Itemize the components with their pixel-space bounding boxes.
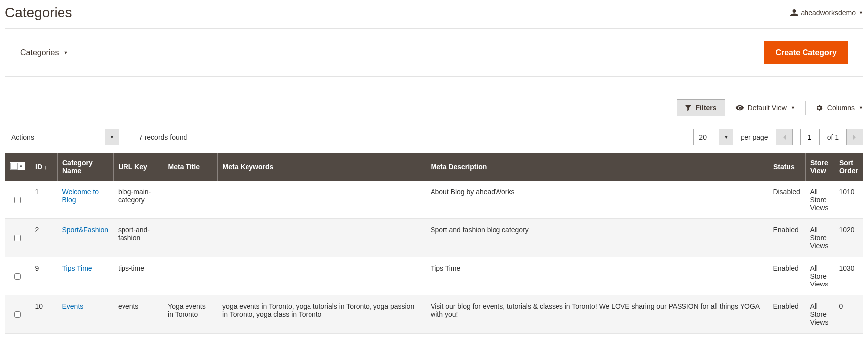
col-meta-title[interactable]: Meta Title (163, 153, 217, 181)
col-checkbox[interactable]: ▼ (5, 153, 30, 181)
cell-urlkey: sport-and-fashion (113, 219, 163, 257)
actions-select[interactable]: Actions ▼ (5, 129, 119, 145)
cell-meta-title (163, 219, 217, 257)
per-page-select[interactable]: 20 ▼ (693, 129, 733, 145)
default-view-button[interactable]: Default View ▼ (735, 103, 795, 112)
cell-meta-keywords (217, 219, 426, 257)
row-checkbox[interactable] (14, 311, 21, 318)
page-input[interactable] (800, 129, 820, 145)
caret-down-icon: ▼ (724, 135, 728, 140)
caret-down-icon: ▼ (791, 105, 795, 110)
user-menu[interactable]: aheadworksdemo ▼ (790, 9, 863, 17)
of-pages-label: of 1 (827, 133, 839, 141)
cell-store-view: All Store Views (805, 219, 834, 257)
actions-label: Actions (5, 129, 105, 145)
category-link[interactable]: Sport&Fashion (62, 226, 109, 234)
col-status[interactable]: Status (768, 153, 805, 181)
create-category-button[interactable]: Create Category (764, 41, 848, 64)
categories-table: ▼ ID↓ Category Name URL Key Meta Title M… (5, 153, 863, 334)
cell-id: 10 (30, 295, 58, 334)
cell-meta-description: Tips Time (426, 257, 768, 295)
cell-id: 9 (30, 257, 58, 295)
row-checkbox[interactable] (14, 273, 21, 280)
cell-urlkey: tips-time (113, 257, 163, 295)
columns-label: Columns (827, 104, 855, 112)
cell-sort-order: 1020 (834, 219, 863, 257)
user-icon (790, 9, 798, 17)
funnel-icon (685, 104, 692, 111)
cell-status: Enabled (768, 219, 805, 257)
chevron-right-icon (852, 134, 857, 140)
sort-down-icon: ↓ (44, 164, 47, 170)
cell-store-view: All Store Views (805, 257, 834, 295)
actions-toggle[interactable]: ▼ (105, 129, 119, 145)
filters-label: Filters (696, 104, 717, 112)
col-meta-description[interactable]: Meta Description (426, 153, 768, 181)
cell-meta-title (163, 257, 217, 295)
cell-meta-keywords (217, 181, 426, 219)
columns-button[interactable]: Columns ▼ (815, 104, 863, 112)
filters-button[interactable]: Filters (677, 99, 725, 116)
col-url-key[interactable]: URL Key (113, 153, 163, 181)
table-row[interactable]: 10EventseventsYoga events in Torontoyoga… (5, 295, 863, 334)
categories-dropdown[interactable]: Categories ▼ (20, 48, 68, 57)
cell-meta-keywords: yoga events in Toronto, yoga tutorials i… (217, 295, 426, 334)
cell-sort-order: 0 (834, 295, 863, 334)
page-title: Categories (5, 5, 72, 21)
cell-id: 1 (30, 181, 58, 219)
cell-meta-description: Sport and fashion blog category (426, 219, 768, 257)
per-page-toggle[interactable]: ▼ (719, 129, 733, 145)
category-link[interactable]: Events (62, 302, 84, 310)
category-link[interactable]: Tips Time (62, 264, 92, 272)
per-page-value: 20 (694, 129, 719, 145)
caret-down-icon: ▼ (859, 10, 863, 15)
chevron-left-icon (782, 134, 787, 140)
row-checkbox[interactable] (14, 235, 21, 241)
cell-meta-description: About Blog by aheadWorks (426, 181, 768, 219)
cell-sort-order: 1030 (834, 257, 863, 295)
caret-down-icon: ▼ (63, 50, 68, 55)
caret-down-icon: ▼ (859, 105, 863, 110)
table-row[interactable]: 2Sport&Fashionsport-and-fashionSport and… (5, 219, 863, 257)
prev-page-button[interactable] (776, 129, 793, 145)
table-row[interactable]: 9Tips Timetips-timeTips TimeEnabledAll S… (5, 257, 863, 295)
col-store-view[interactable]: Store View (805, 153, 834, 181)
cell-status: Disabled (768, 181, 805, 219)
caret-down-icon: ▼ (110, 135, 114, 140)
cell-sort-order: 1010 (834, 181, 863, 219)
col-category-name[interactable]: Category Name (58, 153, 114, 181)
dropdown-label: Categories (20, 48, 59, 57)
cell-meta-description: Visit our blog for events, tutorials & c… (426, 295, 768, 334)
cell-status: Enabled (768, 257, 805, 295)
default-view-label: Default View (748, 104, 787, 112)
category-link[interactable]: Welcome to Blog (62, 188, 99, 204)
cell-status: Enabled (768, 295, 805, 334)
col-meta-keywords[interactable]: Meta Keywords (217, 153, 426, 181)
gear-icon (815, 104, 823, 112)
per-page-label: per page (741, 133, 768, 141)
next-page-button[interactable] (846, 129, 863, 145)
table-row[interactable]: 1Welcome to Blogblog-main-categoryAbout … (5, 181, 863, 219)
col-sort-order[interactable]: Sort Order (834, 153, 863, 181)
eye-icon (735, 103, 744, 112)
cell-meta-title (163, 181, 217, 219)
cell-store-view: All Store Views (805, 295, 834, 334)
row-checkbox[interactable] (14, 197, 21, 203)
user-name: aheadworksdemo (801, 9, 856, 17)
cell-store-view: All Store Views (805, 181, 834, 219)
cell-meta-title: Yoga events in Toronto (163, 295, 217, 334)
col-id[interactable]: ID↓ (30, 153, 58, 181)
cell-meta-keywords (217, 257, 426, 295)
cell-urlkey: blog-main-category (113, 181, 163, 219)
cell-id: 2 (30, 219, 58, 257)
divider (805, 101, 806, 115)
records-found: 7 records found (139, 133, 187, 141)
cell-urlkey: events (113, 295, 163, 334)
